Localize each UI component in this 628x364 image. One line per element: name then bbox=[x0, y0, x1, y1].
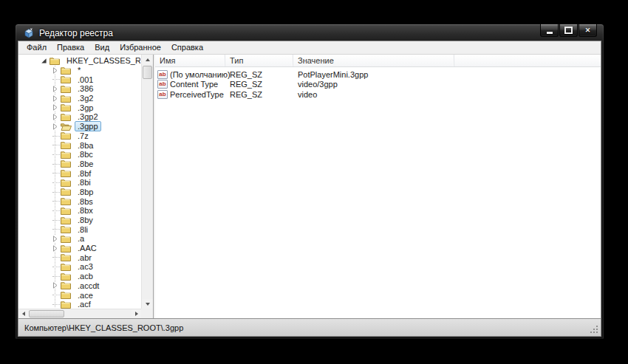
minimize-button[interactable] bbox=[540, 24, 559, 37]
maximize-button[interactable] bbox=[559, 24, 578, 37]
expander-collapsed-icon[interactable] bbox=[52, 104, 58, 111]
column-header-value[interactable]: Значение bbox=[293, 55, 454, 66]
tree-item-label[interactable]: .3g2 bbox=[75, 93, 96, 103]
value-type: REG_SZ bbox=[225, 90, 293, 99]
expander-expanded-icon[interactable] bbox=[41, 58, 47, 64]
folder-icon bbox=[61, 197, 72, 205]
value-row[interactable]: ab(По умолчанию)REG_SZPotPlayerMini.3gpp bbox=[155, 69, 601, 80]
string-value-icon: ab bbox=[157, 90, 168, 99]
folder-icon bbox=[61, 85, 72, 93]
titlebar[interactable]: Редактор реестра ✕ bbox=[16, 24, 604, 41]
tree-vertical-scrollbar[interactable] bbox=[141, 55, 153, 309]
tree-item[interactable]: .8be bbox=[18, 159, 140, 169]
tree-item[interactable]: .8bi bbox=[18, 178, 140, 188]
tree-item[interactable]: .AAC bbox=[18, 244, 140, 253]
tree-item[interactable]: .8li bbox=[18, 224, 140, 234]
tree-item[interactable]: * bbox=[18, 66, 140, 75]
folder-icon bbox=[61, 244, 72, 253]
tree-item[interactable]: .3gpp bbox=[18, 122, 140, 131]
folder-icon bbox=[61, 159, 72, 168]
folder-icon bbox=[61, 272, 72, 281]
tree-item[interactable]: .8bx bbox=[18, 206, 140, 216]
tree-item[interactable]: .abr bbox=[18, 253, 140, 262]
tree-item[interactable]: .001 bbox=[18, 75, 140, 84]
vertical-scroll-thumb[interactable] bbox=[143, 66, 152, 79]
tree-item[interactable]: .acf bbox=[18, 300, 140, 309]
string-value-icon: ab bbox=[157, 70, 168, 79]
tree-item[interactable]: .7z bbox=[18, 131, 140, 141]
string-value-icon: ab bbox=[157, 80, 168, 89]
menu-item-favorites[interactable]: Избранное bbox=[115, 41, 166, 54]
main-area: HKEY_CLASSES_ROOT*.001.386.3g2.3gp.3gp2.… bbox=[18, 54, 601, 318]
value-type: REG_SZ bbox=[225, 70, 293, 79]
folder-icon bbox=[61, 66, 72, 75]
horizontal-scroll-thumb[interactable] bbox=[29, 310, 64, 317]
value-name: (По умолчанию) bbox=[170, 70, 231, 79]
menu-item-file[interactable]: Файл bbox=[21, 41, 52, 54]
values-header: ИмяТипЗначение bbox=[155, 55, 601, 67]
tree-item[interactable]: .8bs bbox=[18, 196, 140, 206]
close-button[interactable]: ✕ bbox=[578, 24, 597, 37]
open-folder-icon bbox=[61, 123, 72, 131]
tree-item[interactable]: .8by bbox=[18, 216, 140, 225]
menu-item-edit[interactable]: Правка bbox=[52, 41, 89, 54]
tree-item[interactable]: .386 bbox=[18, 84, 140, 94]
tree-item[interactable]: .8bp bbox=[18, 188, 140, 197]
scroll-up-button[interactable] bbox=[142, 55, 153, 64]
expander-collapsed-icon[interactable] bbox=[52, 67, 58, 74]
expander-collapsed-icon[interactable] bbox=[52, 123, 58, 130]
tree-item[interactable]: .3gp2 bbox=[18, 112, 140, 122]
tree-item-label[interactable]: .7z bbox=[75, 131, 92, 141]
tree-item[interactable]: .3g2 bbox=[18, 94, 140, 103]
window-controls: ✕ bbox=[539, 24, 597, 37]
folder-icon bbox=[50, 57, 61, 65]
tree-item[interactable]: .3gp bbox=[18, 103, 140, 112]
tree-item-label[interactable]: .accdt bbox=[75, 281, 102, 291]
column-header-name[interactable]: Имя bbox=[155, 55, 225, 66]
menu-item-view[interactable]: Вид bbox=[89, 41, 115, 54]
expander-collapsed-icon[interactable] bbox=[52, 86, 58, 92]
arrow-down-icon bbox=[146, 303, 150, 306]
tree-item-label[interactable]: .8be bbox=[75, 159, 96, 169]
expander-collapsed-icon[interactable] bbox=[52, 245, 58, 252]
column-header-type[interactable]: Тип bbox=[225, 55, 293, 66]
expander-collapsed-icon[interactable] bbox=[52, 95, 58, 102]
registry-editor-window: Редактор реестра ✕ ФайлПравкаВидИзбранно… bbox=[15, 24, 604, 340]
tree-item-label[interactable]: .8by bbox=[75, 215, 96, 225]
value-name-cell[interactable]: abContent Type bbox=[155, 80, 225, 89]
tree-item-label[interactable]: * bbox=[75, 65, 83, 75]
tree-item[interactable]: HKEY_CLASSES_ROOT bbox=[18, 56, 140, 66]
tree-item[interactable]: .a bbox=[18, 234, 140, 244]
tree-item[interactable]: .accdt bbox=[18, 281, 140, 291]
value-name-cell[interactable]: abPerceivedType bbox=[155, 90, 225, 99]
value-name-cell[interactable]: ab(По умолчанию) bbox=[155, 70, 225, 79]
value-row[interactable]: abContent TypeREG_SZvideo/3gpp bbox=[155, 80, 601, 90]
expander-collapsed-icon[interactable] bbox=[52, 282, 58, 289]
tree-item[interactable]: .ac3 bbox=[18, 262, 140, 272]
expander-collapsed-icon[interactable] bbox=[52, 236, 58, 242]
menu-item-help[interactable]: Справка bbox=[166, 41, 208, 54]
value-name: Content Type bbox=[170, 80, 218, 89]
tree-item[interactable]: .8bc bbox=[18, 150, 140, 159]
folder-icon bbox=[61, 179, 72, 187]
tree-item[interactable]: .8ba bbox=[18, 140, 140, 150]
tree-item-label[interactable]: .AAC bbox=[75, 243, 100, 253]
value-row[interactable]: abPerceivedTypeREG_SZvideo bbox=[155, 89, 601, 100]
scroll-down-button[interactable] bbox=[142, 299, 153, 309]
tree-horizontal-scrollbar[interactable] bbox=[18, 309, 141, 318]
resize-grip[interactable] bbox=[590, 325, 598, 334]
value-data: video bbox=[293, 90, 454, 99]
scroll-left-button[interactable] bbox=[18, 309, 28, 318]
status-path: Компьютер\HKEY_CLASSES_ROOT\.3gpp bbox=[24, 323, 183, 332]
expander-collapsed-icon[interactable] bbox=[52, 114, 58, 120]
menu-bar: ФайлПравкаВидИзбранноеСправка bbox=[18, 41, 601, 54]
folder-icon bbox=[61, 253, 72, 261]
scroll-right-button[interactable] bbox=[132, 309, 141, 318]
tree-item-label[interactable]: .acf bbox=[75, 299, 94, 309]
tree-item[interactable]: .acb bbox=[18, 272, 140, 281]
folder-icon bbox=[61, 141, 72, 149]
tree-item[interactable]: .8bf bbox=[18, 168, 140, 178]
folder-icon bbox=[61, 291, 72, 299]
tree-item-label[interactable]: .8bp bbox=[75, 187, 96, 197]
tree-item[interactable]: .ace bbox=[18, 290, 140, 300]
